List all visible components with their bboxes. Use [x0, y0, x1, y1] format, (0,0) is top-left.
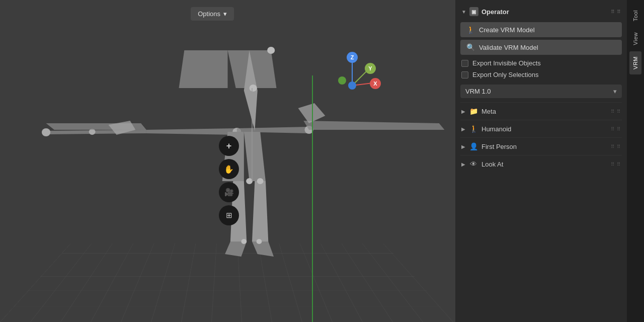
meta-section[interactable]: ▶ 📁 Meta ⠿ ⠿	[460, 102, 622, 120]
options-button[interactable]: Options ▾	[191, 7, 234, 21]
look-at-drag-handle: ⠿ ⠿	[611, 162, 621, 167]
meta-label: Meta	[481, 108, 496, 115]
add-icon: +	[226, 141, 232, 151]
vrm-model-icon: 🚶	[466, 26, 475, 34]
export-invisible-row[interactable]: Export Invisible Objects	[460, 57, 622, 69]
dropdown-arrow-icon: ▾	[613, 88, 617, 95]
vrm-tab[interactable]: VRM	[629, 51, 641, 74]
svg-point-23	[257, 239, 262, 244]
operator-chevron-icon[interactable]: ▼	[461, 9, 466, 15]
svg-point-12	[250, 85, 257, 92]
first-person-chevron-icon: ▶	[461, 144, 465, 149]
look-at-label: Look At	[481, 160, 503, 168]
svg-marker-7	[303, 121, 444, 130]
look-at-icon: 👁	[468, 159, 478, 169]
svg-point-22	[241, 239, 247, 244]
operator-section-header: ▼ ▣ Operator ⠿ ⠿	[460, 4, 622, 19]
first-person-label: First Person	[481, 143, 517, 150]
svg-point-37	[338, 76, 346, 85]
validate-vrm-label: Validate VRM Model	[479, 44, 538, 51]
panel-content: ▼ ▣ Operator ⠿ ⠿ 🚶 Create VRM Model 🔍 Va…	[455, 0, 644, 322]
viewport: Options ▾ Z Y X +	[0, 0, 455, 322]
export-only-selections-checkbox[interactable]	[461, 71, 468, 78]
vrm-version-dropdown[interactable]: VRM 1.0 ▾	[460, 85, 622, 98]
first-person-icon: 👤	[468, 141, 478, 151]
svg-marker-14	[244, 132, 266, 181]
meta-chevron-icon: ▶	[461, 109, 465, 114]
humanoid-icon: 🚶	[468, 124, 478, 134]
view-tab-label: View	[632, 32, 638, 45]
vrm-version-value: VRM 1.0	[465, 88, 491, 95]
options-label: Options	[198, 10, 220, 18]
export-only-selections-row[interactable]: Export Only Selections	[460, 69, 622, 80]
tool-tab[interactable]: Tool	[629, 5, 641, 26]
svg-point-13	[267, 47, 275, 54]
create-vrm-label: Create VRM Model	[479, 26, 535, 34]
tool-buttons-group: + ✋ 🎥 ⊞	[219, 136, 239, 225]
operator-drag-handle: ⠿ ⠿	[611, 9, 621, 15]
svg-marker-3	[146, 128, 236, 135]
view-tab[interactable]: View	[629, 27, 641, 50]
side-tabs: Tool View VRM	[627, 0, 644, 322]
svg-marker-10	[179, 50, 228, 88]
operator-section-icon: ▣	[469, 7, 478, 16]
options-chevron-icon: ▾	[223, 10, 227, 18]
validate-vrm-model-button[interactable]: 🔍 Validate VRM Model	[460, 40, 622, 55]
axes-svg: Z Y X	[322, 50, 382, 96]
export-invisible-checkbox[interactable]	[461, 60, 468, 67]
move-tool-button[interactable]: ✋	[219, 159, 239, 179]
svg-marker-17	[252, 181, 268, 242]
humanoid-label: Humanoid	[481, 125, 511, 133]
vrm-tab-label: VRM	[632, 56, 638, 69]
svg-point-21	[257, 178, 264, 184]
right-panel: ▼ ▣ Operator ⠿ ⠿ 🚶 Create VRM Model 🔍 Va…	[455, 0, 644, 322]
first-person-drag-handle: ⠿ ⠿	[611, 144, 621, 149]
first-person-section[interactable]: ▶ 👤 First Person ⠿ ⠿	[460, 137, 622, 155]
look-at-section[interactable]: ▶ 👁 Look At ⠿ ⠿	[460, 155, 622, 173]
axes-gizmo: Z Y X	[322, 50, 382, 96]
validate-icon: 🔍	[466, 43, 475, 51]
svg-point-1	[42, 128, 50, 136]
create-vrm-model-button[interactable]: 🚶 Create VRM Model	[460, 22, 622, 37]
green-axis-line	[312, 75, 313, 322]
grid-tool-button[interactable]: ⊞	[219, 205, 239, 225]
look-at-chevron-icon: ▶	[461, 162, 465, 167]
grid-icon: ⊞	[226, 211, 232, 220]
svg-text:Z: Z	[351, 54, 354, 60]
export-invisible-label: Export Invisible Objects	[472, 59, 541, 67]
tool-tab-label: Tool	[632, 10, 638, 21]
svg-point-36	[348, 82, 356, 90]
operator-section-label: Operator	[481, 8, 509, 16]
humanoid-section[interactable]: ▶ 🚶 Humanoid ⠿ ⠿	[460, 120, 622, 137]
svg-marker-19	[252, 242, 274, 257]
svg-text:X: X	[373, 80, 377, 87]
camera-icon: 🎥	[224, 188, 234, 197]
humanoid-drag-handle: ⠿ ⠿	[611, 126, 621, 132]
add-tool-button[interactable]: +	[219, 136, 239, 156]
meta-drag-handle: ⠿ ⠿	[611, 109, 621, 114]
humanoid-chevron-icon: ▶	[461, 126, 465, 132]
svg-text:Y: Y	[368, 65, 372, 71]
camera-tool-button[interactable]: 🎥	[219, 182, 239, 202]
export-only-selections-label: Export Only Selections	[472, 71, 539, 78]
hand-icon: ✋	[224, 165, 234, 174]
meta-icon: 📁	[468, 106, 478, 116]
